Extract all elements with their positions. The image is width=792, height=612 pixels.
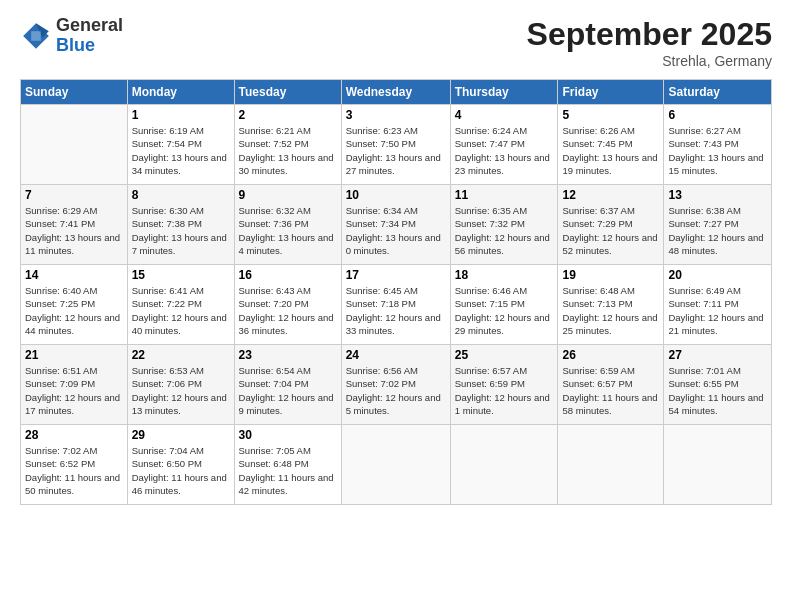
- calendar-cell: 19Sunrise: 6:48 AMSunset: 7:13 PMDayligh…: [558, 265, 664, 345]
- cell-date: 10: [346, 188, 446, 202]
- title-block: September 2025 Strehla, Germany: [527, 16, 772, 69]
- cell-info: Sunrise: 6:45 AMSunset: 7:18 PMDaylight:…: [346, 284, 446, 337]
- cell-info: Sunrise: 7:01 AMSunset: 6:55 PMDaylight:…: [668, 364, 767, 417]
- cell-info: Sunrise: 6:29 AMSunset: 7:41 PMDaylight:…: [25, 204, 123, 257]
- calendar-cell: 29Sunrise: 7:04 AMSunset: 6:50 PMDayligh…: [127, 425, 234, 505]
- day-header-saturday: Saturday: [664, 80, 772, 105]
- logo: General Blue: [20, 16, 123, 56]
- cell-date: 17: [346, 268, 446, 282]
- cell-date: 15: [132, 268, 230, 282]
- cell-info: Sunrise: 6:56 AMSunset: 7:02 PMDaylight:…: [346, 364, 446, 417]
- cell-date: 4: [455, 108, 554, 122]
- cell-date: 13: [668, 188, 767, 202]
- cell-date: 19: [562, 268, 659, 282]
- cell-date: 3: [346, 108, 446, 122]
- calendar-cell: 3Sunrise: 6:23 AMSunset: 7:50 PMDaylight…: [341, 105, 450, 185]
- logo-icon: [20, 20, 52, 52]
- cell-info: Sunrise: 6:19 AMSunset: 7:54 PMDaylight:…: [132, 124, 230, 177]
- calendar-table: SundayMondayTuesdayWednesdayThursdayFrid…: [20, 79, 772, 505]
- cell-date: 9: [239, 188, 337, 202]
- calendar-cell: [450, 425, 558, 505]
- calendar-cell: 1Sunrise: 6:19 AMSunset: 7:54 PMDaylight…: [127, 105, 234, 185]
- month-title: September 2025: [527, 16, 772, 53]
- calendar-cell: 8Sunrise: 6:30 AMSunset: 7:38 PMDaylight…: [127, 185, 234, 265]
- calendar-cell: 7Sunrise: 6:29 AMSunset: 7:41 PMDaylight…: [21, 185, 128, 265]
- cell-date: 14: [25, 268, 123, 282]
- cell-info: Sunrise: 6:27 AMSunset: 7:43 PMDaylight:…: [668, 124, 767, 177]
- cell-info: Sunrise: 6:54 AMSunset: 7:04 PMDaylight:…: [239, 364, 337, 417]
- cell-date: 6: [668, 108, 767, 122]
- cell-info: Sunrise: 6:21 AMSunset: 7:52 PMDaylight:…: [239, 124, 337, 177]
- cell-info: Sunrise: 6:38 AMSunset: 7:27 PMDaylight:…: [668, 204, 767, 257]
- cell-info: Sunrise: 6:40 AMSunset: 7:25 PMDaylight:…: [25, 284, 123, 337]
- calendar-cell: 17Sunrise: 6:45 AMSunset: 7:18 PMDayligh…: [341, 265, 450, 345]
- day-header-friday: Friday: [558, 80, 664, 105]
- cell-date: 26: [562, 348, 659, 362]
- header: General Blue September 2025 Strehla, Ger…: [20, 16, 772, 69]
- calendar-cell: 18Sunrise: 6:46 AMSunset: 7:15 PMDayligh…: [450, 265, 558, 345]
- svg-rect-2: [31, 31, 41, 41]
- cell-info: Sunrise: 6:51 AMSunset: 7:09 PMDaylight:…: [25, 364, 123, 417]
- day-header-tuesday: Tuesday: [234, 80, 341, 105]
- cell-info: Sunrise: 6:53 AMSunset: 7:06 PMDaylight:…: [132, 364, 230, 417]
- logo-text: General Blue: [56, 16, 123, 56]
- logo-general: General: [56, 16, 123, 36]
- cell-date: 21: [25, 348, 123, 362]
- calendar-cell: 23Sunrise: 6:54 AMSunset: 7:04 PMDayligh…: [234, 345, 341, 425]
- calendar-cell: 6Sunrise: 6:27 AMSunset: 7:43 PMDaylight…: [664, 105, 772, 185]
- calendar-cell: 20Sunrise: 6:49 AMSunset: 7:11 PMDayligh…: [664, 265, 772, 345]
- calendar-cell: [341, 425, 450, 505]
- calendar-cell: [21, 105, 128, 185]
- location-subtitle: Strehla, Germany: [527, 53, 772, 69]
- calendar-cell: 24Sunrise: 6:56 AMSunset: 7:02 PMDayligh…: [341, 345, 450, 425]
- calendar-cell: [558, 425, 664, 505]
- cell-date: 22: [132, 348, 230, 362]
- cell-info: Sunrise: 6:46 AMSunset: 7:15 PMDaylight:…: [455, 284, 554, 337]
- day-header-monday: Monday: [127, 80, 234, 105]
- week-row-2: 7Sunrise: 6:29 AMSunset: 7:41 PMDaylight…: [21, 185, 772, 265]
- calendar-cell: 25Sunrise: 6:57 AMSunset: 6:59 PMDayligh…: [450, 345, 558, 425]
- week-row-5: 28Sunrise: 7:02 AMSunset: 6:52 PMDayligh…: [21, 425, 772, 505]
- cell-info: Sunrise: 6:37 AMSunset: 7:29 PMDaylight:…: [562, 204, 659, 257]
- cell-date: 12: [562, 188, 659, 202]
- week-row-4: 21Sunrise: 6:51 AMSunset: 7:09 PMDayligh…: [21, 345, 772, 425]
- cell-info: Sunrise: 6:35 AMSunset: 7:32 PMDaylight:…: [455, 204, 554, 257]
- cell-date: 7: [25, 188, 123, 202]
- cell-info: Sunrise: 7:05 AMSunset: 6:48 PMDaylight:…: [239, 444, 337, 497]
- cell-info: Sunrise: 6:23 AMSunset: 7:50 PMDaylight:…: [346, 124, 446, 177]
- calendar-cell: 16Sunrise: 6:43 AMSunset: 7:20 PMDayligh…: [234, 265, 341, 345]
- cell-date: 29: [132, 428, 230, 442]
- cell-date: 8: [132, 188, 230, 202]
- cell-date: 24: [346, 348, 446, 362]
- cell-info: Sunrise: 6:57 AMSunset: 6:59 PMDaylight:…: [455, 364, 554, 417]
- cell-date: 23: [239, 348, 337, 362]
- cell-info: Sunrise: 6:43 AMSunset: 7:20 PMDaylight:…: [239, 284, 337, 337]
- cell-info: Sunrise: 7:04 AMSunset: 6:50 PMDaylight:…: [132, 444, 230, 497]
- cell-info: Sunrise: 6:49 AMSunset: 7:11 PMDaylight:…: [668, 284, 767, 337]
- cell-info: Sunrise: 6:48 AMSunset: 7:13 PMDaylight:…: [562, 284, 659, 337]
- cell-date: 20: [668, 268, 767, 282]
- calendar-cell: 30Sunrise: 7:05 AMSunset: 6:48 PMDayligh…: [234, 425, 341, 505]
- cell-date: 30: [239, 428, 337, 442]
- calendar-cell: 13Sunrise: 6:38 AMSunset: 7:27 PMDayligh…: [664, 185, 772, 265]
- calendar-header-row: SundayMondayTuesdayWednesdayThursdayFrid…: [21, 80, 772, 105]
- cell-info: Sunrise: 6:34 AMSunset: 7:34 PMDaylight:…: [346, 204, 446, 257]
- day-header-sunday: Sunday: [21, 80, 128, 105]
- calendar-cell: 4Sunrise: 6:24 AMSunset: 7:47 PMDaylight…: [450, 105, 558, 185]
- calendar-cell: 21Sunrise: 6:51 AMSunset: 7:09 PMDayligh…: [21, 345, 128, 425]
- cell-info: Sunrise: 7:02 AMSunset: 6:52 PMDaylight:…: [25, 444, 123, 497]
- calendar-cell: 28Sunrise: 7:02 AMSunset: 6:52 PMDayligh…: [21, 425, 128, 505]
- logo-blue: Blue: [56, 36, 123, 56]
- week-row-3: 14Sunrise: 6:40 AMSunset: 7:25 PMDayligh…: [21, 265, 772, 345]
- cell-date: 18: [455, 268, 554, 282]
- cell-info: Sunrise: 6:24 AMSunset: 7:47 PMDaylight:…: [455, 124, 554, 177]
- calendar-cell: 15Sunrise: 6:41 AMSunset: 7:22 PMDayligh…: [127, 265, 234, 345]
- calendar-cell: 9Sunrise: 6:32 AMSunset: 7:36 PMDaylight…: [234, 185, 341, 265]
- cell-info: Sunrise: 6:26 AMSunset: 7:45 PMDaylight:…: [562, 124, 659, 177]
- cell-info: Sunrise: 6:30 AMSunset: 7:38 PMDaylight:…: [132, 204, 230, 257]
- calendar-cell: 11Sunrise: 6:35 AMSunset: 7:32 PMDayligh…: [450, 185, 558, 265]
- calendar-cell: [664, 425, 772, 505]
- page: General Blue September 2025 Strehla, Ger…: [0, 0, 792, 612]
- cell-info: Sunrise: 6:32 AMSunset: 7:36 PMDaylight:…: [239, 204, 337, 257]
- cell-date: 11: [455, 188, 554, 202]
